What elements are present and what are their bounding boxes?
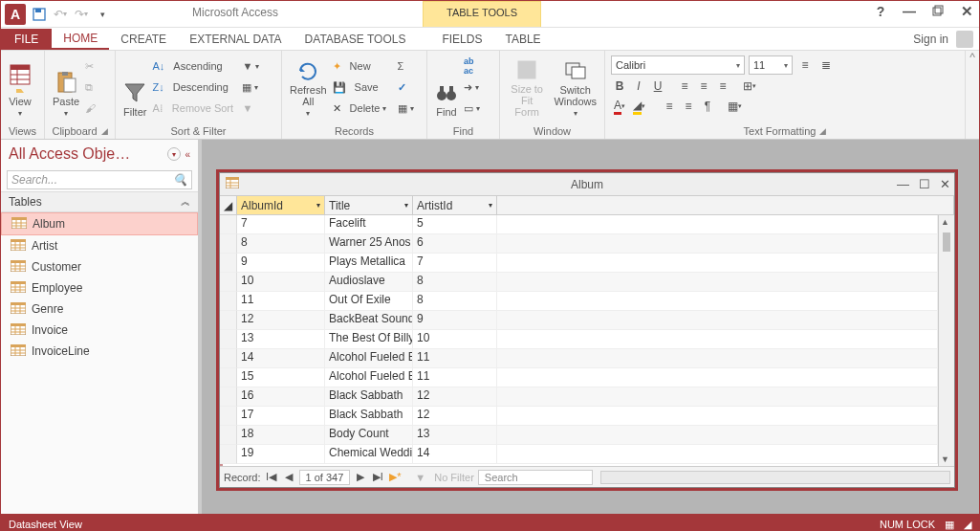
row-selector[interactable]: [220, 311, 237, 330]
cell-artistid[interactable]: 11: [413, 349, 497, 368]
nav-collapse-icon[interactable]: «: [185, 149, 190, 160]
table-row[interactable]: 8Warner 25 Anos6: [220, 234, 938, 254]
cell-blank[interactable]: [497, 349, 938, 368]
row-selector[interactable]: [220, 234, 237, 254]
mdi-maximize-icon[interactable]: ☐: [919, 177, 930, 191]
cell-title[interactable]: Alcohol Fueled Brewtality: [325, 349, 413, 368]
row-selector[interactable]: [220, 254, 237, 273]
row-selector[interactable]: [220, 445, 237, 464]
cell-blank[interactable]: [497, 407, 938, 426]
cell-title[interactable]: Black Sabbath: [325, 407, 413, 426]
cut-icon[interactable]: ✂: [85, 56, 96, 76]
horizontal-scrollbar[interactable]: [600, 471, 950, 484]
vertical-scrollbar[interactable]: ▲ ▼: [938, 215, 954, 466]
cell-blank[interactable]: [497, 387, 938, 407]
access-app-icon[interactable]: A: [5, 4, 26, 25]
cell-blank[interactable]: [497, 368, 938, 387]
cell-albumid[interactable]: 7: [237, 215, 325, 234]
last-record-icon[interactable]: ▶I: [371, 471, 384, 483]
filter-button[interactable]: Filter: [121, 53, 148, 122]
cell-albumid[interactable]: 15: [237, 368, 325, 387]
first-record-icon[interactable]: I◀: [265, 471, 278, 483]
table-row[interactable]: 16Black Sabbath12: [220, 387, 938, 407]
italic-icon[interactable]: I: [630, 77, 647, 95]
row-selector[interactable]: [220, 426, 237, 445]
save-record-button[interactable]: 💾 Save: [333, 77, 394, 97]
col-header-albumid[interactable]: AlbumId▾: [237, 196, 325, 215]
cell-artistid[interactable]: 8: [413, 292, 497, 311]
tab-create[interactable]: CREATE: [109, 29, 178, 50]
table-row[interactable]: 12BackBeat Soundtrack9: [220, 311, 938, 330]
row-selector[interactable]: [220, 407, 237, 426]
size-to-fit-button[interactable]: Size to Fit Form: [506, 53, 548, 122]
table-row[interactable]: 15Alcohol Fueled Brewtality11: [220, 368, 938, 387]
mdi-close-icon[interactable]: ✕: [940, 177, 950, 191]
toggle-filter-icon[interactable]: ▼: [242, 99, 259, 118]
cell-artistid[interactable]: 8: [413, 273, 497, 292]
table-row[interactable]: 10Audioslave8: [220, 273, 938, 292]
goto-icon[interactable]: ➜▾: [464, 77, 480, 97]
copy-icon[interactable]: ⧉: [85, 77, 96, 97]
cell-artistid[interactable]: 9: [413, 311, 497, 330]
alt-row-color-icon[interactable]: ▦▾: [726, 98, 743, 115]
cell-title[interactable]: The Best Of Billy Cobham: [325, 330, 413, 349]
cell-blank[interactable]: [497, 311, 938, 330]
selection-filter-icon[interactable]: ▼▾: [242, 56, 259, 76]
bullets-icon[interactable]: ≡: [796, 56, 814, 74]
gridlines-icon[interactable]: ⊞▾: [741, 77, 758, 95]
switch-windows-button[interactable]: Switch Windows ▾: [552, 53, 599, 122]
cell-albumid[interactable]: 19: [237, 445, 325, 464]
align-left-icon[interactable]: ≡: [676, 77, 693, 95]
view-design-icon[interactable]: ◢: [964, 519, 971, 531]
avatar-icon[interactable]: [956, 31, 973, 48]
help-icon[interactable]: ?: [872, 4, 889, 19]
scroll-down-icon[interactable]: ▼: [941, 454, 949, 464]
cell-title[interactable]: Warner 25 Anos: [325, 234, 413, 254]
cell-title[interactable]: Alcohol Fueled Brewtality: [325, 368, 413, 387]
tab-table[interactable]: TABLE: [493, 29, 552, 50]
record-position-input[interactable]: 1 of 347: [299, 470, 351, 485]
cell-title[interactable]: Audioslave: [325, 273, 413, 292]
mdi-minimize-icon[interactable]: —: [897, 177, 909, 191]
font-name-input[interactable]: Calibri▾: [611, 55, 745, 75]
close-icon[interactable]: ✕: [958, 3, 975, 20]
col-header-title[interactable]: Title▾: [325, 196, 413, 215]
nav-item-album[interactable]: Album: [1, 212, 198, 235]
font-size-input[interactable]: 11▾: [749, 55, 793, 75]
cell-albumid[interactable]: 14: [237, 349, 325, 368]
cell-albumid[interactable]: 10: [237, 273, 325, 292]
cell-artistid[interactable]: 12: [413, 407, 497, 426]
table-row[interactable]: 11Out Of Exile8: [220, 292, 938, 311]
find-button[interactable]: Find: [433, 53, 460, 122]
prev-record-icon[interactable]: ◀: [282, 471, 295, 483]
scroll-up-icon[interactable]: ▲: [941, 217, 949, 227]
cell-albumid[interactable]: 9: [237, 254, 325, 273]
cell-artistid[interactable]: 14: [413, 445, 497, 464]
replace-icon[interactable]: abac: [464, 56, 480, 76]
next-record-icon[interactable]: ▶: [354, 471, 367, 483]
nav-item-customer[interactable]: Customer: [1, 256, 198, 277]
underline-icon[interactable]: U: [649, 77, 666, 95]
table-row[interactable]: 19Chemical Wedding14: [220, 445, 938, 464]
bold-icon[interactable]: B: [611, 77, 628, 95]
rtl-icon[interactable]: ¶: [699, 98, 716, 115]
view-button[interactable]: View ▾: [7, 53, 33, 122]
tab-external-data[interactable]: EXTERNAL DATA: [178, 29, 293, 50]
cell-albumid[interactable]: 13: [237, 330, 325, 349]
cell-title[interactable]: Plays Metallica: [325, 254, 413, 273]
qat-customize-icon[interactable]: ▾: [95, 7, 110, 22]
clipboard-launcher-icon[interactable]: ◢: [101, 126, 108, 136]
cell-blank[interactable]: [497, 215, 938, 234]
table-row[interactable]: 7Facelift5: [220, 215, 938, 234]
nav-dropdown-icon[interactable]: ▾: [167, 147, 181, 161]
sort-asc-button[interactable]: A↓ Ascending: [152, 56, 238, 76]
collapse-ribbon-icon[interactable]: ^: [966, 51, 979, 139]
cell-blank[interactable]: [497, 426, 938, 445]
sign-in-link[interactable]: Sign in: [913, 33, 948, 46]
more-records-icon[interactable]: ▦▾: [398, 99, 414, 118]
no-filter-button[interactable]: ▼ No Filter: [415, 468, 474, 487]
nav-item-genre[interactable]: Genre: [1, 299, 198, 320]
cell-artistid[interactable]: 13: [413, 426, 497, 445]
cell-albumid[interactable]: 18: [237, 426, 325, 445]
refresh-button[interactable]: Refresh All ▾: [288, 53, 329, 122]
